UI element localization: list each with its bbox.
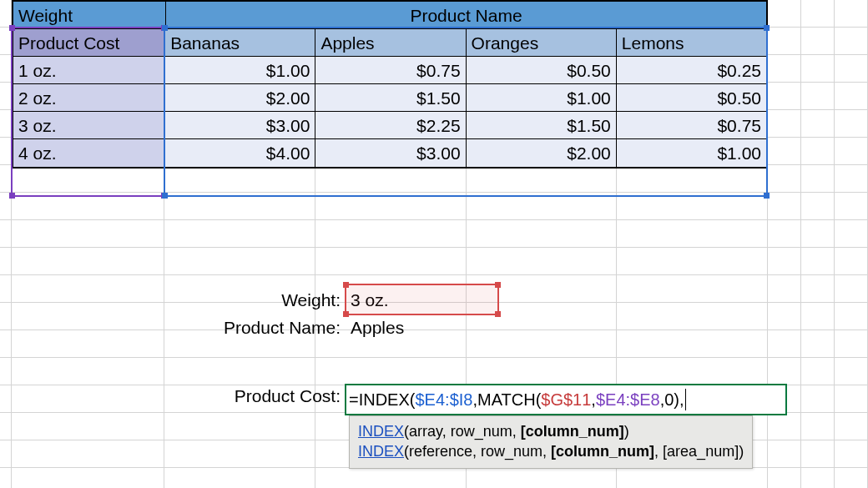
formula-token: ) [674,390,679,410]
product-label: Product Name: [12,318,346,338]
formula-token: MATCH [477,390,536,410]
corner-header: Weight [13,2,166,29]
data-cell[interactable]: $1.00 [165,57,315,84]
formula-token: 0 [664,390,674,410]
data-cell[interactable]: $1.50 [315,84,466,112]
weight-value[interactable]: 3 oz. [346,290,389,310]
tooltip-fn-link[interactable]: INDEX [358,423,404,440]
data-cell[interactable]: $2.00 [165,84,315,112]
data-cell[interactable]: $0.50 [467,57,617,84]
data-cell[interactable]: $0.50 [617,84,766,112]
formula-ref-lookup: $G$11 [541,390,591,410]
data-cell[interactable]: $1.00 [617,139,766,167]
data-table: Weight Product Name Product Cost Bananas… [12,0,768,169]
row-label: 1 oz. [13,57,165,84]
tooltip-fn-link[interactable]: INDEX [358,443,404,460]
data-cell[interactable]: $3.00 [315,139,466,167]
row-label: 4 oz. [13,139,165,167]
col-header: Lemons [617,29,766,57]
tooltip-sig: (array, row_num, [404,423,521,440]
tooltip-current-arg: [column_num] [521,423,624,440]
tooltip-sig: ) [624,423,629,440]
data-cell[interactable]: $2.00 [467,139,617,167]
tooltip-sig: , [area_num]) [654,443,744,460]
data-cell[interactable]: $0.75 [617,112,766,139]
tooltip-sig: (reference, row_num, [404,443,551,460]
formula-token: =INDEX [349,390,410,410]
formula-cell[interactable]: =INDEX ( $E4:$I8 , MATCH ( $G$11 , $E4:$… [345,384,787,415]
formula-ref-col: $E4:$E8 [596,390,660,410]
formula-ref-array: $E4:$I8 [415,390,472,410]
merged-header: Product Name [166,2,766,29]
data-cell[interactable]: $0.25 [617,57,766,84]
data-cell[interactable]: $0.75 [315,57,466,84]
lookup-section: Weight: 3 oz. Product Name: Apples [12,286,771,341]
formula-token: ( [410,390,416,410]
row-label: 3 oz. [13,112,165,139]
text-cursor-icon [685,389,686,410]
data-cell[interactable]: $2.25 [315,112,466,139]
formula-token: , [679,390,684,410]
function-tooltip[interactable]: INDEX(array, row_num, [column_num]) INDE… [349,415,753,469]
formula-token: ( [536,390,542,410]
weight-label: Weight: [12,290,346,310]
row-header-label: Product Cost [13,29,165,57]
col-header: Bananas [165,29,315,57]
data-cell[interactable]: $1.00 [467,84,617,112]
col-header: Apples [315,29,466,57]
data-cell[interactable]: $3.00 [165,112,315,139]
tooltip-current-arg: [column_num] [551,443,654,460]
cost-label: Product Cost: [12,386,346,406]
product-value[interactable]: Apples [346,318,404,338]
col-header: Oranges [467,29,617,57]
data-cell[interactable]: $1.50 [467,112,617,139]
row-label: 2 oz. [13,84,165,112]
data-cell[interactable]: $4.00 [165,139,315,167]
